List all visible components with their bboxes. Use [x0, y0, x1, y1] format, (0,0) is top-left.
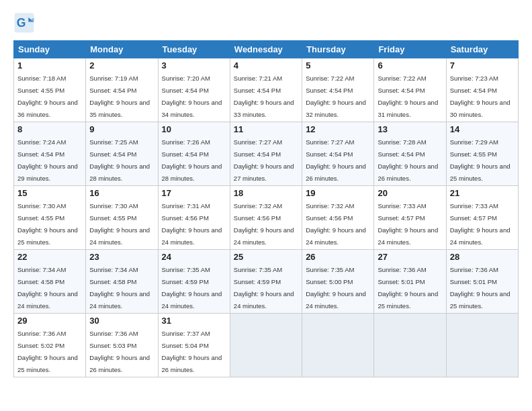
- day-info: Sunrise: 7:30 AMSunset: 4:55 PMDaylight:…: [17, 202, 78, 246]
- day-number: 13: [378, 124, 442, 134]
- week-row-2: 8Sunrise: 7:24 AMSunset: 4:54 PMDaylight…: [14, 122, 519, 186]
- day-info: Sunrise: 7:32 AMSunset: 4:56 PMDaylight:…: [306, 202, 366, 246]
- weekday-header-thursday: Thursday: [302, 41, 374, 58]
- calendar-cell: [230, 314, 302, 377]
- calendar-cell: 30Sunrise: 7:36 AMSunset: 5:03 PMDayligh…: [86, 314, 158, 377]
- day-number: 30: [89, 316, 154, 326]
- calendar-cell: 27Sunrise: 7:36 AMSunset: 5:01 PMDayligh…: [374, 250, 446, 314]
- day-number: 21: [450, 188, 515, 198]
- logo: G: [13, 12, 38, 34]
- day-info: Sunrise: 7:18 AMSunset: 4:55 PMDaylight:…: [17, 75, 78, 118]
- day-number: 19: [306, 188, 370, 198]
- day-info: Sunrise: 7:28 AMSunset: 4:54 PMDaylight:…: [378, 138, 438, 182]
- calendar-cell: 8Sunrise: 7:24 AMSunset: 4:54 PMDaylight…: [14, 122, 86, 186]
- day-info: Sunrise: 7:36 AMSunset: 5:01 PMDaylight:…: [450, 266, 511, 310]
- day-number: 25: [234, 252, 298, 262]
- weekday-header-wednesday: Wednesday: [230, 41, 302, 58]
- calendar-cell: 7Sunrise: 7:23 AMSunset: 4:54 PMDaylight…: [446, 58, 518, 122]
- calendar-cell: 6Sunrise: 7:22 AMSunset: 4:54 PMDaylight…: [374, 58, 446, 122]
- day-number: 4: [234, 60, 298, 71]
- svg-text:G: G: [17, 16, 26, 30]
- calendar-cell: 18Sunrise: 7:32 AMSunset: 4:56 PMDayligh…: [230, 186, 302, 250]
- day-number: 31: [162, 316, 226, 326]
- calendar-cell: [374, 314, 446, 377]
- day-number: 1: [17, 60, 82, 71]
- day-number: 26: [306, 252, 370, 262]
- calendar-cell: 13Sunrise: 7:28 AMSunset: 4:54 PMDayligh…: [374, 122, 446, 186]
- day-info: Sunrise: 7:33 AMSunset: 4:57 PMDaylight:…: [450, 202, 511, 246]
- day-number: 27: [378, 252, 442, 262]
- day-info: Sunrise: 7:36 AMSunset: 5:01 PMDaylight:…: [378, 266, 438, 310]
- week-row-5: 29Sunrise: 7:36 AMSunset: 5:02 PMDayligh…: [14, 314, 519, 377]
- day-number: 14: [450, 124, 515, 134]
- header: G: [13, 12, 519, 34]
- day-number: 9: [89, 124, 154, 134]
- calendar-table: SundayMondayTuesdayWednesdayThursdayFrid…: [13, 40, 519, 377]
- calendar-cell: 23Sunrise: 7:34 AMSunset: 4:58 PMDayligh…: [86, 250, 158, 314]
- day-number: 3: [162, 60, 226, 71]
- calendar-cell: 1Sunrise: 7:18 AMSunset: 4:55 PMDaylight…: [14, 58, 86, 122]
- calendar-cell: 22Sunrise: 7:34 AMSunset: 4:58 PMDayligh…: [14, 250, 86, 314]
- day-info: Sunrise: 7:19 AMSunset: 4:54 PMDaylight:…: [89, 75, 150, 118]
- calendar-cell: 31Sunrise: 7:37 AMSunset: 5:04 PMDayligh…: [158, 314, 230, 377]
- calendar-cell: 21Sunrise: 7:33 AMSunset: 4:57 PMDayligh…: [446, 186, 518, 250]
- weekday-header-row: SundayMondayTuesdayWednesdayThursdayFrid…: [14, 41, 519, 58]
- day-number: 23: [89, 252, 154, 262]
- calendar-cell: 15Sunrise: 7:30 AMSunset: 4:55 PMDayligh…: [14, 186, 86, 250]
- day-info: Sunrise: 7:32 AMSunset: 4:56 PMDaylight:…: [234, 202, 294, 246]
- day-info: Sunrise: 7:34 AMSunset: 4:58 PMDaylight:…: [89, 266, 150, 310]
- calendar-cell: 9Sunrise: 7:25 AMSunset: 4:54 PMDaylight…: [86, 122, 158, 186]
- day-number: 20: [378, 188, 442, 198]
- day-info: Sunrise: 7:24 AMSunset: 4:54 PMDaylight:…: [17, 138, 78, 182]
- day-info: Sunrise: 7:34 AMSunset: 4:58 PMDaylight:…: [17, 266, 78, 310]
- day-info: Sunrise: 7:23 AMSunset: 4:54 PMDaylight:…: [450, 75, 511, 118]
- calendar-cell: [302, 314, 374, 377]
- day-number: 5: [306, 60, 370, 71]
- calendar-cell: 17Sunrise: 7:31 AMSunset: 4:56 PMDayligh…: [158, 186, 230, 250]
- day-number: 17: [162, 188, 226, 198]
- day-info: Sunrise: 7:31 AMSunset: 4:56 PMDaylight:…: [162, 202, 222, 246]
- weekday-header-saturday: Saturday: [446, 41, 518, 58]
- logo-icon: G: [13, 12, 35, 34]
- day-number: 18: [234, 188, 298, 198]
- day-info: Sunrise: 7:36 AMSunset: 5:02 PMDaylight:…: [17, 330, 78, 373]
- day-info: Sunrise: 7:20 AMSunset: 4:54 PMDaylight:…: [162, 75, 222, 118]
- day-info: Sunrise: 7:35 AMSunset: 4:59 PMDaylight:…: [162, 266, 222, 310]
- calendar-cell: 3Sunrise: 7:20 AMSunset: 4:54 PMDaylight…: [158, 58, 230, 122]
- day-info: Sunrise: 7:21 AMSunset: 4:54 PMDaylight:…: [234, 75, 294, 118]
- calendar-cell: 4Sunrise: 7:21 AMSunset: 4:54 PMDaylight…: [230, 58, 302, 122]
- day-number: 24: [162, 252, 226, 262]
- day-info: Sunrise: 7:36 AMSunset: 5:03 PMDaylight:…: [89, 330, 150, 373]
- calendar-cell: 26Sunrise: 7:35 AMSunset: 5:00 PMDayligh…: [302, 250, 374, 314]
- calendar-cell: 28Sunrise: 7:36 AMSunset: 5:01 PMDayligh…: [446, 250, 518, 314]
- day-number: 11: [234, 124, 298, 134]
- day-number: 10: [162, 124, 226, 134]
- day-info: Sunrise: 7:25 AMSunset: 4:54 PMDaylight:…: [89, 138, 150, 182]
- week-row-4: 22Sunrise: 7:34 AMSunset: 4:58 PMDayligh…: [14, 250, 519, 314]
- day-info: Sunrise: 7:22 AMSunset: 4:54 PMDaylight:…: [306, 75, 366, 118]
- day-number: 15: [17, 188, 82, 198]
- calendar-cell: 29Sunrise: 7:36 AMSunset: 5:02 PMDayligh…: [14, 314, 86, 377]
- day-number: 12: [306, 124, 370, 134]
- day-info: Sunrise: 7:35 AMSunset: 5:00 PMDaylight:…: [306, 266, 366, 310]
- day-number: 29: [17, 316, 82, 326]
- calendar-cell: 11Sunrise: 7:27 AMSunset: 4:54 PMDayligh…: [230, 122, 302, 186]
- calendar-cell: 25Sunrise: 7:35 AMSunset: 4:59 PMDayligh…: [230, 250, 302, 314]
- day-number: 2: [89, 60, 154, 71]
- calendar-cell: 5Sunrise: 7:22 AMSunset: 4:54 PMDaylight…: [302, 58, 374, 122]
- day-info: Sunrise: 7:27 AMSunset: 4:54 PMDaylight:…: [234, 138, 294, 182]
- day-info: Sunrise: 7:29 AMSunset: 4:55 PMDaylight:…: [450, 138, 511, 182]
- calendar-cell: 10Sunrise: 7:26 AMSunset: 4:54 PMDayligh…: [158, 122, 230, 186]
- day-number: 6: [378, 60, 442, 71]
- calendar-cell: 16Sunrise: 7:30 AMSunset: 4:55 PMDayligh…: [86, 186, 158, 250]
- day-number: 28: [450, 252, 515, 262]
- week-row-3: 15Sunrise: 7:30 AMSunset: 4:55 PMDayligh…: [14, 186, 519, 250]
- day-info: Sunrise: 7:33 AMSunset: 4:57 PMDaylight:…: [378, 202, 438, 246]
- weekday-header-friday: Friday: [374, 41, 446, 58]
- calendar-cell: 12Sunrise: 7:27 AMSunset: 4:54 PMDayligh…: [302, 122, 374, 186]
- calendar-cell: 14Sunrise: 7:29 AMSunset: 4:55 PMDayligh…: [446, 122, 518, 186]
- day-info: Sunrise: 7:37 AMSunset: 5:04 PMDaylight:…: [162, 330, 222, 373]
- calendar-cell: 19Sunrise: 7:32 AMSunset: 4:56 PMDayligh…: [302, 186, 374, 250]
- page: G SundayMondayTuesdayWednesdayThursdayFr…: [0, 0, 532, 411]
- weekday-header-tuesday: Tuesday: [158, 41, 230, 58]
